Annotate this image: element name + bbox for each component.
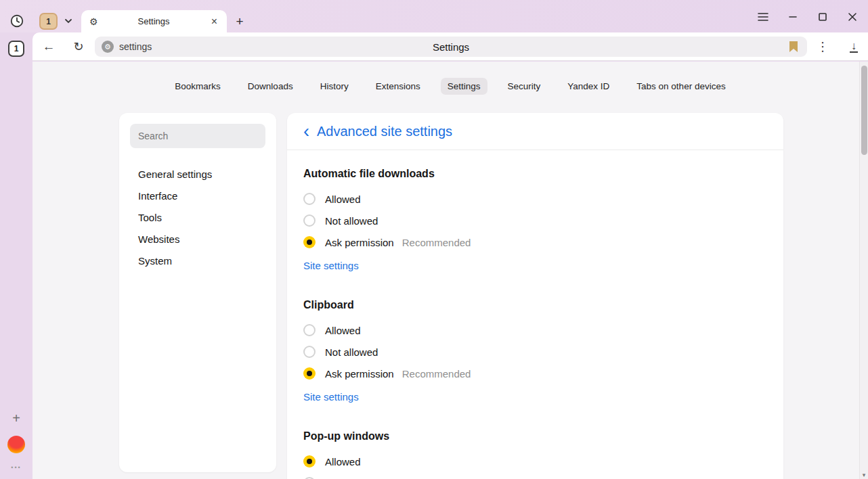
radio-label: Allowed xyxy=(325,193,361,205)
toolbar-overflow-button[interactable]: ⋮ xyxy=(814,38,831,55)
radio-label: Ask permission xyxy=(325,368,394,380)
sidebar-item-system[interactable]: System xyxy=(130,250,265,271)
content-area: Bookmarks Downloads History Extensions S… xyxy=(32,62,868,479)
window-menu-button[interactable] xyxy=(754,8,772,26)
site-favicon-icon: ⚙ xyxy=(102,41,114,53)
tab-group-chip[interactable]: 1 xyxy=(39,13,58,30)
close-icon xyxy=(848,12,857,22)
tab-title: Settings xyxy=(98,16,210,26)
section-heading: Pop-up windows xyxy=(303,430,767,442)
radio-unselected[interactable] xyxy=(303,346,316,358)
gear-icon: ⚙ xyxy=(89,16,98,27)
radio-unselected[interactable] xyxy=(303,214,316,227)
download-icon-base xyxy=(850,51,858,53)
radio-label: Not allowed xyxy=(325,215,378,227)
new-tab-button[interactable]: + xyxy=(231,13,248,30)
section-clipboard: Clipboard Allowed Not allowed Ask permis… xyxy=(287,299,783,403)
minimize-icon xyxy=(788,12,798,22)
radio-label: Allowed xyxy=(325,325,361,336)
titlebar: 1 ⚙ Settings × + xyxy=(0,0,868,32)
search-input[interactable] xyxy=(138,131,257,141)
radio-unselected[interactable] xyxy=(303,324,316,336)
back-chevron-icon[interactable]: ‹ xyxy=(303,122,309,141)
search-box[interactable] xyxy=(130,124,265,148)
tab-bookmarks[interactable]: Bookmarks xyxy=(168,78,227,95)
tab-settings-page[interactable]: Settings xyxy=(441,78,487,95)
radio-option-ask-permission[interactable]: Ask permission Recommended xyxy=(303,363,767,384)
radio-option-allowed[interactable]: Allowed xyxy=(303,319,767,341)
page-title: Settings xyxy=(95,41,807,53)
address-bar[interactable]: ⚙ settings Settings xyxy=(95,37,807,57)
section-automatic-file-downloads: Automatic file downloads Allowed Not all… xyxy=(287,168,783,272)
settings-top-nav: Bookmarks Downloads History Extensions S… xyxy=(32,62,868,95)
download-icon: ↓ xyxy=(851,41,856,51)
radio-selected[interactable] xyxy=(303,455,316,467)
tab-extensions[interactable]: Extensions xyxy=(369,78,427,95)
scrollbar[interactable]: ▾ xyxy=(859,62,868,479)
browser-toolbar: ← ↻ ⚙ settings Settings ⋮ ↓ xyxy=(32,32,868,61)
url-text: settings xyxy=(119,41,152,52)
tab-close-icon[interactable]: × xyxy=(210,16,219,28)
window-maximize-button[interactable] xyxy=(814,8,831,26)
sidebar-item-interface[interactable]: Interface xyxy=(130,185,265,206)
radio-label: Ask permission xyxy=(325,237,394,248)
radio-option-not-allowed[interactable]: Not allowed xyxy=(303,210,767,231)
bookmark-button[interactable] xyxy=(785,39,802,55)
section-heading: Clipboard xyxy=(303,299,767,311)
yandex-browser-logo[interactable] xyxy=(7,436,25,453)
tab-count-badge[interactable]: 1 xyxy=(8,41,24,57)
section-heading: Automatic file downloads xyxy=(303,168,767,180)
scrollbar-down-arrow[interactable]: ▾ xyxy=(860,472,868,478)
bookmark-flag-icon xyxy=(788,41,799,53)
sidebar-item-websites[interactable]: Websites xyxy=(130,228,265,250)
maximize-icon xyxy=(818,12,827,22)
back-button[interactable]: ← xyxy=(40,38,58,55)
side-rail: 1 + ••• xyxy=(0,32,32,479)
rail-bottom: + ••• xyxy=(0,411,32,471)
settings-sidebar-card: General settings Interface Tools Website… xyxy=(119,113,276,472)
radio-label: Not allowed xyxy=(325,346,378,358)
reload-button[interactable]: ↻ xyxy=(70,38,87,55)
chevron-down-icon[interactable] xyxy=(62,15,74,27)
tab-other-devices[interactable]: Tabs on other devices xyxy=(630,78,732,95)
rail-add-button[interactable]: + xyxy=(12,411,20,425)
settings-menu: General settings Interface Tools Website… xyxy=(130,163,265,271)
hamburger-icon xyxy=(758,12,768,22)
radio-unselected[interactable] xyxy=(303,193,316,205)
rail-more-icon[interactable]: ••• xyxy=(11,464,21,471)
radio-option-not-allowed[interactable]: Not allowed Recommended xyxy=(303,472,767,479)
radio-selected[interactable] xyxy=(303,236,316,248)
tab-downloads[interactable]: Downloads xyxy=(241,78,300,95)
card-header: ‹ Advanced site settings xyxy=(287,113,783,150)
sidebar-item-tools[interactable]: Tools xyxy=(130,206,265,228)
site-settings-link[interactable]: Site settings xyxy=(303,391,359,403)
advanced-site-settings-card: ‹ Advanced site settings Automatic file … xyxy=(287,113,783,479)
downloads-button[interactable]: ↓ xyxy=(845,38,863,55)
scrollbar-thumb[interactable] xyxy=(861,66,867,155)
radio-selected[interactable] xyxy=(303,367,316,380)
radio-option-allowed[interactable]: Allowed xyxy=(303,451,767,472)
site-settings-link[interactable]: Site settings xyxy=(303,260,359,271)
clock-icon xyxy=(9,14,24,28)
history-button[interactable] xyxy=(7,12,26,30)
radio-label: Allowed xyxy=(325,456,361,467)
card-title[interactable]: Advanced site settings xyxy=(317,124,452,139)
tab-yandex-id[interactable]: Yandex ID xyxy=(561,78,616,95)
recommended-note: Recommended xyxy=(402,368,471,380)
tab-settings[interactable]: ⚙ Settings × xyxy=(81,10,227,32)
radio-option-allowed[interactable]: Allowed xyxy=(303,188,767,210)
radio-option-ask-permission[interactable]: Ask permission Recommended xyxy=(303,231,767,253)
section-pop-up-windows: Pop-up windows Allowed Not allowed Recom… xyxy=(287,430,783,479)
tab-security[interactable]: Security xyxy=(501,78,548,95)
tab-history[interactable]: History xyxy=(313,78,355,95)
sidebar-item-general-settings[interactable]: General settings xyxy=(130,163,265,185)
window-minimize-button[interactable] xyxy=(784,8,802,26)
recommended-note: Recommended xyxy=(402,237,471,248)
radio-option-not-allowed[interactable]: Not allowed xyxy=(303,341,767,363)
window-close-button[interactable] xyxy=(844,8,861,26)
